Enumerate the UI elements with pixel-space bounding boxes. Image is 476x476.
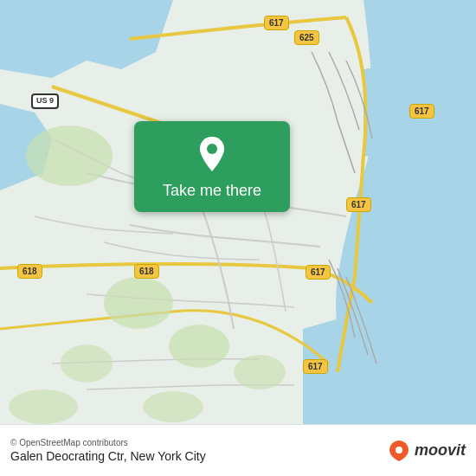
svg-point-2 [104, 277, 173, 329]
road-badge-618-mid: 618 [134, 264, 159, 279]
svg-point-11 [396, 447, 402, 453]
bottom-bar: © OpenStreetMap contributors Galen Deocr… [0, 424, 476, 476]
road-badge-617-right: 617 [409, 104, 434, 119]
take-me-there-button[interactable]: Take me there [134, 121, 290, 212]
svg-point-10 [207, 144, 217, 154]
moovit-text: moovit [415, 441, 466, 460]
road-badge-617-lower: 617 [306, 265, 331, 280]
moovit-logo-icon [387, 439, 411, 463]
osm-attribution: © OpenStreetMap contributors [10, 438, 206, 447]
bottom-left: © OpenStreetMap contributors Galen Deocr… [10, 438, 206, 463]
svg-point-3 [169, 325, 229, 368]
svg-point-4 [234, 355, 286, 389]
svg-point-5 [61, 344, 113, 383]
moovit-logo: moovit [387, 439, 466, 463]
cta-button-container: Take me there [134, 121, 290, 212]
cta-label: Take me there [163, 182, 261, 200]
road-badge-618-left: 618 [17, 264, 42, 279]
road-badge-617-mid: 617 [346, 197, 371, 212]
svg-point-1 [26, 125, 113, 186]
svg-point-6 [9, 389, 78, 424]
road-badge-625: 625 [294, 30, 319, 45]
map-container: 617 625 617 617 617 617 618 618 US 9 Tak… [0, 0, 476, 424]
location-pin-icon [196, 135, 228, 173]
svg-point-7 [143, 391, 203, 422]
location-name: Galen Deocrating Ctr, New York City [10, 449, 206, 463]
road-badge-617-bottom: 617 [303, 359, 328, 374]
road-badge-us9: US 9 [31, 93, 59, 109]
road-badge-617-top: 617 [264, 16, 289, 30]
